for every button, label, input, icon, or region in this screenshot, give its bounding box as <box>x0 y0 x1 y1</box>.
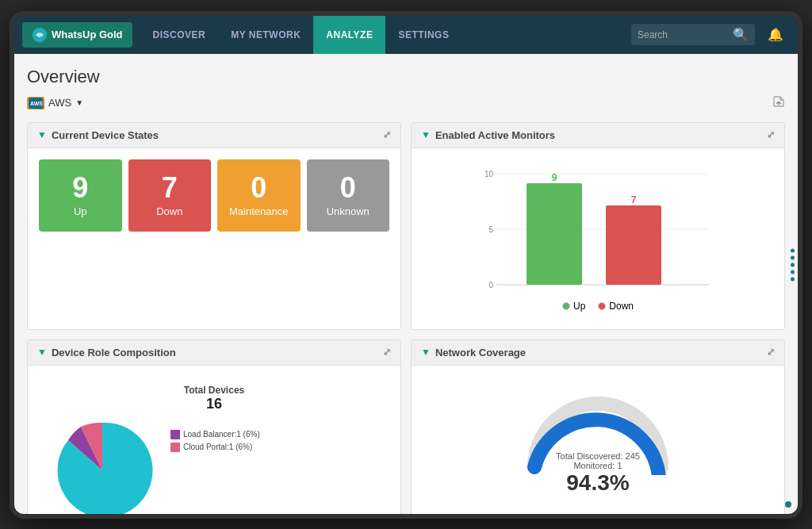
coverage-chevron: ▼ <box>421 347 431 358</box>
state-maintenance-value: 0 <box>251 174 266 202</box>
bottom-indicator-dot <box>785 501 791 508</box>
device-states-grid: 9 Up 7 Down 0 Maintenance 0 <box>39 159 389 232</box>
cp-color-dot <box>170 443 180 452</box>
svg-text:AWS: AWS <box>30 101 43 106</box>
state-unknown-value: 0 <box>340 174 356 202</box>
lb-legend-label: Load Balancer:1 (6%) <box>183 430 260 439</box>
active-monitors-panel: ▼ Enabled Active Monitors ⤢ 10 5 0 <box>411 122 785 330</box>
legend-down-label: Down <box>609 301 634 312</box>
legend-down-dot <box>598 302 606 310</box>
state-down-label: Down <box>156 205 182 217</box>
pie-area: Total Devices 16 <box>39 377 389 514</box>
coverage-expand[interactable]: ⤢ <box>767 347 775 358</box>
device-states-header: ▼ Current Device States ⤢ <box>28 123 400 148</box>
search-input[interactable] <box>638 29 733 40</box>
chart-legend: Up Down <box>431 301 765 312</box>
state-up-label: Up <box>74 205 87 217</box>
state-up-card[interactable]: 9 Up <box>39 159 122 232</box>
active-monitors-header: ▼ Enabled Active Monitors ⤢ <box>412 123 784 148</box>
device-role-title: Device Role Composition <box>52 347 176 358</box>
bar-chart-area: 10 5 0 9 7 <box>423 159 773 318</box>
breadcrumb-bar: AWS AWS ▼ <box>27 95 785 111</box>
pie-total-value: 16 <box>206 396 222 412</box>
aws-selector[interactable]: AWS AWS ▼ <box>27 97 83 109</box>
gauge-monitored: Monitored: 1 <box>556 461 640 470</box>
gauge-percent: 94.3% <box>556 470 640 496</box>
main-content: Overview AWS AWS ▼ <box>14 54 798 514</box>
nav-discover[interactable]: DISCOVER <box>140 16 219 54</box>
page-title: Overview <box>27 67 785 87</box>
device-role-body: Total Devices 16 <box>28 366 400 514</box>
svg-text:10: 10 <box>485 170 494 178</box>
network-coverage-panel: ▼ Network Coverage ⤢ Tota <box>411 339 785 514</box>
gauge-total-discovered: Total Discovered: 245 <box>556 451 640 461</box>
device-states-panel: ▼ Current Device States ⤢ 9 Up 7 Down <box>27 122 401 330</box>
aws-dropdown-icon: ▼ <box>75 98 83 107</box>
nav-analyze[interactable]: ANALYZE <box>313 16 385 54</box>
active-monitors-title: Enabled Active Monitors <box>435 129 555 141</box>
network-coverage-header: ▼ Network Coverage ⤢ <box>412 340 784 366</box>
lb-color-dot <box>170 430 180 439</box>
device-role-chevron: ▼ <box>37 347 47 358</box>
search-icon: 🔍 <box>733 27 749 42</box>
state-unknown-label: Unknown <box>327 205 370 217</box>
state-unknown-card[interactable]: 0 Unknown <box>307 159 390 232</box>
active-monitors-body: 10 5 0 9 7 <box>412 148 784 329</box>
nav-settings[interactable]: SETTINGS <box>385 16 462 54</box>
pie-chart-svg <box>47 419 158 514</box>
app-name-text: WhatsUp Gold <box>52 29 123 40</box>
legend-down: Down <box>598 301 634 312</box>
monitors-expand-icon[interactable]: ⤢ <box>767 129 775 140</box>
pie-total-label: Total Devices <box>184 385 244 396</box>
nav-my-network[interactable]: MY NETWORK <box>218 16 313 54</box>
state-maintenance-label: Maintenance <box>229 205 288 217</box>
app-logo[interactable]: WhatsUp Gold <box>22 22 132 48</box>
state-down-value: 7 <box>162 174 178 202</box>
legend-cloud-portal: Cloud Portal:1 (6%) <box>170 443 260 452</box>
side-decoration <box>791 248 795 281</box>
aws-label: AWS <box>48 97 71 109</box>
search-bar[interactable]: 🔍 <box>631 24 755 45</box>
monitors-chevron-icon: ▼ <box>421 129 431 140</box>
legend-up-label: Up <box>573 301 585 312</box>
gauge-area: Total Discovered: 245 Monitored: 1 94.3% <box>423 377 773 504</box>
device-states-body: 9 Up 7 Down 0 Maintenance 0 <box>28 148 400 243</box>
state-up-value: 9 <box>72 174 88 202</box>
legend-up-dot <box>562 302 570 310</box>
bar-chart-svg: 10 5 0 9 7 <box>431 167 765 294</box>
device-role-panel: ▼ Device Role Composition ⤢ Total Device… <box>27 339 401 514</box>
svg-text:7: 7 <box>631 194 637 205</box>
navbar: WhatsUp Gold DISCOVER MY NETWORK ANALYZE… <box>14 16 798 54</box>
svg-text:9: 9 <box>552 172 557 183</box>
export-icon[interactable] <box>772 95 785 111</box>
aws-icon: AWS <box>27 97 44 109</box>
device-states-title: Current Device States <box>52 129 159 141</box>
device-role-header: ▼ Device Role Composition ⤢ <box>28 340 400 366</box>
network-coverage-title: Network Coverage <box>435 347 526 358</box>
svg-rect-11 <box>606 205 661 285</box>
chevron-icon: ▼ <box>37 129 47 140</box>
svg-text:0: 0 <box>488 281 493 289</box>
legend-up: Up <box>562 301 585 312</box>
svg-text:5: 5 <box>488 225 493 234</box>
cp-legend-label: Cloud Portal:1 (6%) <box>183 443 252 451</box>
legend-load-balancer: Load Balancer:1 (6%) <box>170 430 260 439</box>
state-down-card[interactable]: 7 Down <box>128 159 212 232</box>
svg-rect-9 <box>527 183 582 285</box>
state-maintenance-card[interactable]: 0 Maintenance <box>217 159 301 232</box>
network-coverage-body: Total Discovered: 245 Monitored: 1 94.3% <box>412 366 784 514</box>
expand-icon[interactable]: ⤢ <box>383 129 391 140</box>
notification-icon[interactable]: 🔔 <box>761 27 790 42</box>
device-role-expand[interactable]: ⤢ <box>383 347 391 358</box>
